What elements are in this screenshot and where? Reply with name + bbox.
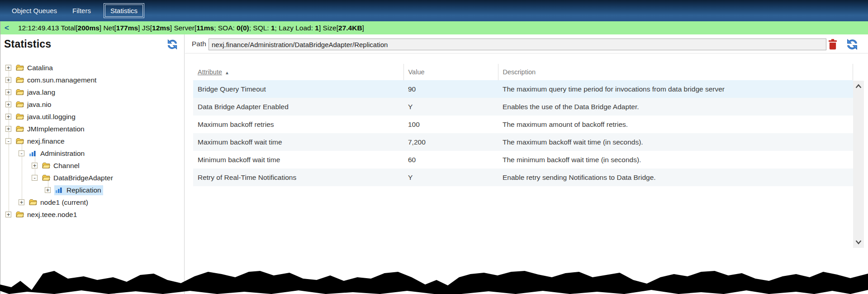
tree-item-label: JMImplementation (27, 125, 85, 133)
tree-item-nexj-teee-node1[interactable]: + nexj.teee.node1 (0, 208, 183, 221)
tree-item-label: nexj.finance (27, 137, 65, 145)
sidebar-title: Statistics (4, 38, 51, 50)
tree-expander-icon[interactable]: + (19, 199, 24, 205)
tree-item-com-sun-management[interactable]: + com.sun.management (0, 74, 183, 86)
tree-item-jmimplementation[interactable]: + JMImplementation (0, 123, 183, 135)
tree-item-replication[interactable]: + Replication (0, 184, 183, 196)
column-header-attribute[interactable]: Attribute▲ (193, 64, 403, 80)
column-header-label: Description (503, 68, 536, 76)
cell-value: Y (403, 98, 498, 116)
folder-icon (42, 174, 50, 181)
column-header-label: Value (408, 68, 425, 76)
cell-attribute: Retry of Real-Time Notifications (193, 169, 403, 186)
tree-expander-icon[interactable]: + (5, 89, 11, 95)
column-header-description[interactable]: Description (498, 64, 853, 80)
tab-statistics[interactable]: Statistics (104, 3, 144, 18)
sidebar: Statistics + Catalina + com.sun.manageme… (0, 34, 185, 294)
tree-item-label: java.nio (27, 101, 51, 109)
tree-item-label: com.sun.management (27, 76, 96, 84)
tree-item-java-lang[interactable]: + java.lang (0, 86, 183, 98)
tree-item-java-util-logging[interactable]: + java.util.logging (0, 111, 183, 123)
back-icon[interactable]: < (5, 24, 9, 33)
chart-icon (29, 150, 37, 157)
status-segment: ; Lazy Load: (275, 24, 315, 32)
table-row[interactable]: Minimum backoff wait time 60 The minimum… (193, 151, 853, 169)
cell-value: 90 (403, 80, 498, 98)
tab-object-queues[interactable]: Object Queues (5, 4, 63, 17)
tree-item-nexj-finance[interactable]: - nexj.finance (0, 135, 183, 147)
path-row: Path (185, 34, 868, 53)
tree-item-administration[interactable]: - Administration (0, 147, 183, 159)
scroll-up-icon[interactable] (853, 82, 864, 92)
app-window: Object Queues Filters Statistics < 12:12… (0, 0, 868, 294)
refresh-icon[interactable] (845, 38, 859, 51)
main-panel: Path Attribute▲ (185, 34, 868, 294)
sidebar-refresh-icon[interactable] (166, 38, 179, 51)
status-segment: 12:12:49.413 Total[ (18, 24, 78, 32)
status-value: 11ms (196, 24, 214, 32)
tree-item-label: java.util.logging (27, 113, 76, 121)
tree-item-node1-current[interactable]: + node1 (current) (0, 196, 183, 208)
tree-item-java-nio[interactable]: + java.nio (0, 98, 183, 111)
vertical-scrollbar[interactable] (853, 81, 864, 248)
tree-expander-icon[interactable]: + (5, 212, 11, 217)
tree-item-channel[interactable]: + Channel (0, 159, 183, 172)
folder-icon (16, 211, 24, 218)
status-value: 27.4KB (338, 24, 362, 32)
folder-icon (16, 77, 24, 83)
status-value: 1 (315, 24, 319, 32)
tree-item-label: Administration (40, 149, 85, 158)
scroll-down-icon[interactable] (853, 237, 864, 247)
tree-expander-icon[interactable]: - (19, 150, 24, 156)
path-label: Path (192, 40, 206, 48)
tree-item-databridgeadapter[interactable]: - DataBridgeAdapter (0, 172, 183, 184)
statistics-tree: + Catalina + com.sun.management + java.l… (0, 62, 183, 221)
table-row[interactable]: Retry of Real-Time Notifications Y Enabl… (193, 169, 853, 186)
column-header-label: Attribute (198, 68, 222, 76)
column-header-value[interactable]: Value (403, 64, 498, 80)
status-value: 1 (271, 24, 275, 32)
tree-expander-icon[interactable]: + (5, 101, 11, 107)
table-row[interactable]: Data Bridge Adapter Enabled Y Enables th… (193, 98, 853, 116)
status-segment: ] Server[ (170, 24, 197, 32)
table-row[interactable]: Bridge Query Timeout 90 The maximum quer… (193, 80, 853, 98)
status-segment: ] (362, 24, 364, 32)
tab-statistics-label: Statistics (105, 5, 143, 17)
tree-expander-icon[interactable]: - (5, 138, 11, 144)
chart-icon (55, 187, 63, 193)
cell-description: The minimum backoff wait time (in second… (498, 151, 853, 169)
tree-expander-icon[interactable]: + (5, 65, 11, 71)
tree-expander-icon[interactable]: + (5, 126, 11, 132)
tab-bar: Object Queues Filters Statistics (0, 0, 868, 21)
cell-attribute: Maximum backoff wait time (193, 133, 403, 151)
status-value: 12ms (152, 24, 170, 32)
cell-description: Enable retry sending Notifications to Da… (498, 169, 853, 186)
cell-description: Enables the use of the Data Bridge Adapt… (498, 98, 853, 116)
tree-expander-icon[interactable]: + (5, 114, 11, 120)
tree-expander-icon[interactable]: + (45, 187, 51, 193)
table-row[interactable]: Maximum backoff wait time 7,200 The maxi… (193, 133, 853, 151)
tree-item-label: java.lang (27, 88, 55, 96)
folder-icon (16, 64, 24, 71)
cell-description: The maximum backoff wait time (in second… (498, 133, 853, 151)
tree-item-label: Catalina (27, 64, 53, 72)
tree-item-label: Replication (66, 186, 101, 194)
status-segment: ] Net[ (100, 24, 116, 32)
tree-expander-icon[interactable]: + (5, 77, 11, 83)
tree-expander-icon[interactable]: - (32, 175, 38, 181)
cell-description: The maximum amount of backoff retries. (498, 116, 853, 133)
tree-item-label: nexj.teee.node1 (27, 211, 77, 219)
status-value: 177ms (116, 24, 138, 32)
folder-icon (16, 138, 24, 145)
path-input[interactable] (209, 39, 826, 50)
table-header-row: Attribute▲ Value Description (193, 64, 853, 80)
tree-expander-icon[interactable]: + (32, 163, 38, 169)
tree-item-catalina[interactable]: + Catalina (0, 62, 183, 74)
table-row[interactable]: Maximum backoff retries 100 The maximum … (193, 116, 853, 133)
trash-icon[interactable] (828, 39, 838, 50)
tab-filters[interactable]: Filters (66, 4, 97, 17)
status-segment: ; SOA: (214, 24, 237, 32)
status-segment: ; SQL: (249, 24, 271, 32)
sort-asc-icon: ▲ (225, 70, 229, 75)
cell-value: Y (403, 169, 498, 186)
